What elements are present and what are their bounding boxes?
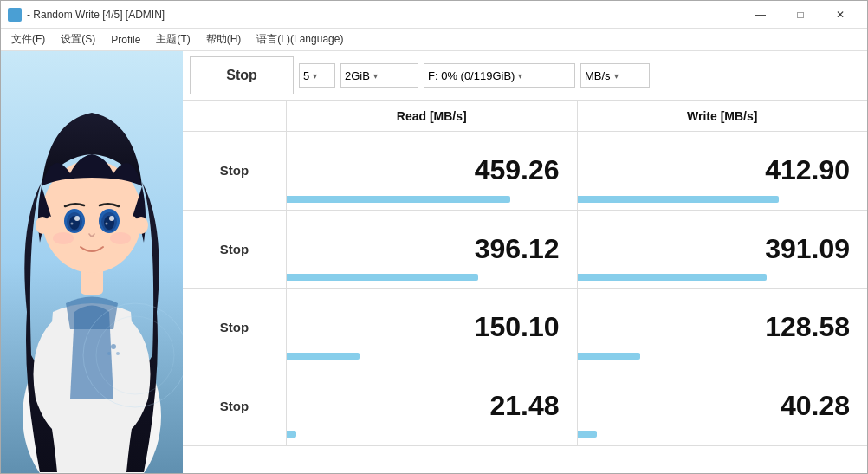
header-spacer bbox=[183, 101, 287, 131]
grid-header: Read [MB/s] Write [MB/s] bbox=[183, 101, 867, 132]
svg-point-18 bbox=[111, 344, 116, 349]
write-progress-bar-0 bbox=[578, 196, 779, 203]
svg-point-13 bbox=[106, 223, 108, 225]
main-window: - Random Write [4/5] [ADMIN] — □ ✕ 文件(F)… bbox=[0, 0, 868, 474]
count-value: 5 bbox=[303, 69, 309, 82]
svg-point-20 bbox=[116, 352, 120, 355]
menu-bar: 文件(F)设置(S)Profile主题(T)帮助(H)语言(L)(Languag… bbox=[1, 29, 867, 51]
read-value-0: 459.26 bbox=[287, 132, 578, 210]
svg-point-7 bbox=[74, 216, 80, 221]
write-header: Write [MB/s] bbox=[578, 101, 868, 131]
menu-item-t[interactable]: 主题(T) bbox=[149, 30, 197, 49]
menu-item-llanguage[interactable]: 语言(L)(Language) bbox=[249, 30, 350, 49]
size-dropdown[interactable]: 2GiB ▾ bbox=[340, 63, 418, 88]
table-row: Stop459.26412.90 bbox=[183, 132, 867, 211]
data-grid: Read [MB/s] Write [MB/s] Stop459.26412.9… bbox=[183, 101, 867, 473]
row-stop-button-0[interactable]: Stop bbox=[183, 132, 287, 210]
maximize-button[interactable]: □ bbox=[781, 1, 820, 29]
write-value-3: 40.28 bbox=[578, 367, 868, 445]
read-progress-bar-1 bbox=[287, 274, 478, 281]
grid-footer bbox=[183, 445, 867, 473]
grid-rows: Stop459.26412.90Stop396.12391.09Stop150.… bbox=[183, 132, 867, 445]
main-content: Stop 5 ▾ 2GiB ▾ F: 0% (0/119GiB) ▾ MB/s … bbox=[1, 51, 867, 473]
unit-dropdown-arrow: ▾ bbox=[614, 71, 619, 81]
app-icon bbox=[8, 8, 22, 22]
drive-dropdown-arrow: ▾ bbox=[518, 71, 522, 81]
row-stop-button-1[interactable]: Stop bbox=[183, 211, 287, 289]
character-area bbox=[1, 51, 183, 473]
svg-point-15 bbox=[110, 232, 131, 244]
svg-point-12 bbox=[109, 216, 114, 221]
menu-item-f[interactable]: 文件(F) bbox=[4, 30, 52, 49]
write-progress-bar-2 bbox=[578, 353, 641, 360]
right-panel: Stop 5 ▾ 2GiB ▾ F: 0% (0/119GiB) ▾ MB/s … bbox=[183, 51, 867, 473]
table-row: Stop150.10128.58 bbox=[183, 289, 867, 367]
read-progress-bar-0 bbox=[287, 196, 510, 203]
read-progress-bar-2 bbox=[287, 353, 360, 360]
minimize-button[interactable]: — bbox=[741, 1, 781, 29]
svg-point-14 bbox=[53, 232, 74, 244]
svg-point-17 bbox=[134, 217, 148, 234]
count-dropdown[interactable]: 5 ▾ bbox=[299, 63, 335, 88]
drive-dropdown[interactable]: F: 0% (0/119GiB) ▾ bbox=[424, 63, 575, 88]
svg-point-16 bbox=[36, 217, 49, 234]
menu-item-s[interactable]: 设置(S) bbox=[54, 30, 102, 49]
window-controls: — □ ✕ bbox=[741, 1, 860, 29]
drive-value: F: 0% (0/119GiB) bbox=[428, 69, 515, 82]
write-value-0: 412.90 bbox=[578, 132, 868, 210]
close-button[interactable]: ✕ bbox=[820, 1, 860, 29]
write-value-2: 128.58 bbox=[578, 289, 868, 367]
write-value-1: 391.09 bbox=[578, 211, 868, 289]
size-dropdown-arrow: ▾ bbox=[373, 71, 378, 81]
size-value: 2GiB bbox=[345, 69, 370, 82]
read-progress-bar-3 bbox=[287, 431, 296, 438]
svg-point-8 bbox=[71, 223, 74, 225]
write-progress-bar-3 bbox=[578, 431, 597, 438]
read-value-1: 396.12 bbox=[287, 211, 578, 289]
row-stop-button-3[interactable]: Stop bbox=[183, 367, 287, 445]
read-value-3: 21.48 bbox=[287, 367, 578, 445]
svg-point-19 bbox=[107, 352, 111, 355]
write-progress-bar-1 bbox=[578, 274, 767, 281]
menu-item-profile[interactable]: Profile bbox=[104, 30, 147, 49]
count-dropdown-arrow: ▾ bbox=[313, 71, 317, 81]
character-illustration bbox=[1, 51, 183, 473]
controls-row: Stop 5 ▾ 2GiB ▾ F: 0% (0/119GiB) ▾ MB/s … bbox=[183, 51, 867, 101]
table-row: Stop21.4840.28 bbox=[183, 367, 867, 446]
unit-value: MB/s bbox=[585, 69, 611, 82]
title-bar: - Random Write [4/5] [ADMIN] — □ ✕ bbox=[1, 1, 867, 29]
unit-dropdown[interactable]: MB/s ▾ bbox=[580, 63, 650, 88]
window-title: - Random Write [4/5] [ADMIN] bbox=[27, 9, 741, 21]
read-value-2: 150.10 bbox=[287, 289, 578, 367]
read-header: Read [MB/s] bbox=[287, 101, 578, 131]
menu-item-h[interactable]: 帮助(H) bbox=[199, 30, 249, 49]
row-stop-button-2[interactable]: Stop bbox=[183, 289, 287, 367]
main-stop-button[interactable]: Stop bbox=[190, 56, 294, 94]
table-row: Stop396.12391.09 bbox=[183, 211, 867, 289]
